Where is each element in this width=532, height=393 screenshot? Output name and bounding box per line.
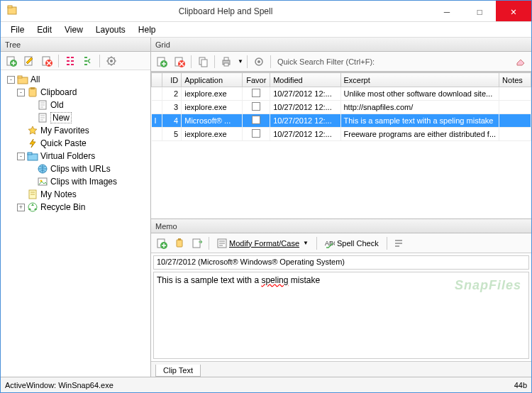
table-row[interactable]: I4Microsoft® ...10/27/2012 12:...This is… [152,114,531,128]
svg-rect-35 [177,240,182,247]
menu-edit[interactable]: Edit [31,23,57,36]
spell-check-label: Spell Check [337,239,379,248]
modify-format-label: Modify Format/Case [229,239,299,248]
favorite-checkbox[interactable] [252,116,260,124]
tree-delete-button[interactable] [39,53,55,69]
tree-item[interactable]: -All [2,73,149,86]
tree-collapse-button[interactable] [80,53,96,69]
tree-view[interactable]: -All-ClipboardOldNewMy FavoritesQuick Pa… [1,70,150,377]
favorite-checkbox[interactable] [252,129,260,138]
favorite-checkbox[interactable] [252,89,260,97]
svg-point-8 [110,60,113,62]
quick-search-input[interactable] [381,55,511,69]
tree-panel: Tree -All-ClipboardOldNewMy FavoritesQui… [1,38,151,377]
tree-item[interactable]: +Recycle Bin [2,201,149,214]
table-row[interactable]: 5iexplore.exe10/27/2012 12:...Freeware p… [152,128,531,141]
dropdown-icon[interactable]: ▼ [238,58,243,65]
tree-item-label: Clips with Images [50,177,117,187]
tree-item[interactable]: New [2,111,149,124]
col-excerpt[interactable]: Excerpt [340,73,499,87]
grid-settings-button[interactable] [251,54,267,70]
app-icon [6,4,21,18]
window-title: Clipboard Help and Spell [21,6,431,16]
menu-file[interactable]: File [5,23,30,36]
tree-add-button[interactable] [4,53,19,69]
maximize-button[interactable]: ☐ [463,1,496,21]
tree-item-label: Old [50,100,64,110]
tree-item-label: Recycle Bin [40,202,85,212]
memo-text-post: mistake [288,275,320,285]
menubar: File Edit View Layouts Help [1,22,531,38]
memo-title-field[interactable]: 10/27/2012 (Microsoft® Windows® Operatin… [153,255,529,270]
clear-search-button[interactable] [513,54,528,70]
memo-format-button[interactable] [391,236,406,251]
grid-copy-button[interactable] [195,54,211,70]
tree-item-label: My Favorites [40,126,89,135]
memo-paste-button[interactable] [189,236,205,251]
tree-edit-button[interactable] [21,53,37,69]
status-right: 44b [514,381,527,389]
statusbar: ActiveWindow: WinSnap64.exe 44b [1,377,531,392]
flash-icon [27,138,38,149]
minimize-button[interactable]: — [431,1,463,21]
svg-rect-12 [31,87,35,89]
svg-rect-10 [18,76,22,78]
menu-layouts[interactable]: Layouts [90,23,131,36]
grid-view[interactable]: ID Application Favor Modified Excerpt No… [151,72,531,218]
menu-view[interactable]: View [59,23,89,36]
col-marker[interactable] [152,73,162,87]
tree-item-label: New [50,112,72,123]
tree-item[interactable]: Old [2,99,149,111]
svg-rect-27 [201,60,207,67]
tree-expand-button[interactable] [62,53,78,69]
memo-body-field[interactable]: This is a sample text with a speling mis… [153,272,529,359]
col-id[interactable]: ID [162,73,182,87]
memo-add-button[interactable] [154,236,170,251]
tab-clip-text[interactable]: Clip Text [155,365,201,377]
doc-icon [37,112,48,123]
tree-item[interactable]: -Clipboard [2,86,149,99]
table-row[interactable]: 2iexplore.exe10/27/2012 12:...Unlike mos… [152,87,531,101]
tree-item[interactable]: Quick Paste [2,137,149,150]
tree-item[interactable]: Clips with Images [2,175,149,188]
tree-expander[interactable]: - [17,153,25,160]
globe-icon [37,163,48,175]
watermark: SnapFiles [455,278,521,293]
tree-expander[interactable]: - [7,76,15,84]
status-left: ActiveWindow: WinSnap64.exe [5,381,113,389]
modify-format-button[interactable]: Modify Format/Case ▼ [213,236,313,251]
tree-item[interactable]: -Virtual Folders [2,150,149,162]
tree-item[interactable]: My Notes [2,188,149,201]
memo-copy-button[interactable] [172,236,187,251]
star-icon [27,125,38,136]
tree-item[interactable]: Clips with URLs [2,162,149,175]
memo-panel-header: Memo [151,219,531,233]
image-icon [37,176,48,187]
col-modified[interactable]: Modified [270,73,340,87]
tree-item-label: Quick Paste [40,138,87,148]
svg-rect-30 [224,63,228,66]
grid-delete-button[interactable] [172,54,187,70]
col-favor[interactable]: Favor [243,73,270,87]
tree-item[interactable]: My Favorites [2,124,149,137]
col-notes[interactable]: Notes [499,73,531,87]
clipboard-icon [27,87,38,98]
vfolder-icon [27,150,38,162]
memo-spell-error: speling [261,275,288,285]
tree-expander[interactable]: - [17,89,25,96]
menu-help[interactable]: Help [133,23,162,36]
grid-toolbar: ▼ Quick Search Filter (Ctrl+F): [151,52,531,72]
spell-check-button[interactable]: ABC Spell Check [321,236,383,251]
favorite-checkbox[interactable] [252,102,260,111]
grid-add-button[interactable] [154,54,170,70]
close-button[interactable]: ✕ [496,1,531,21]
col-application[interactable]: Application [182,73,243,87]
tree-expander[interactable]: + [17,204,25,211]
tree-settings-button[interactable] [104,53,119,69]
tree-item-label: Clips with URLs [50,164,111,174]
svg-point-32 [257,60,260,63]
grid-print-button[interactable] [218,54,234,70]
tree-item-label: All [31,74,40,84]
table-row[interactable]: 3iexplore.exe10/27/2012 12:...http://sna… [152,101,531,114]
svg-rect-29 [224,57,228,60]
